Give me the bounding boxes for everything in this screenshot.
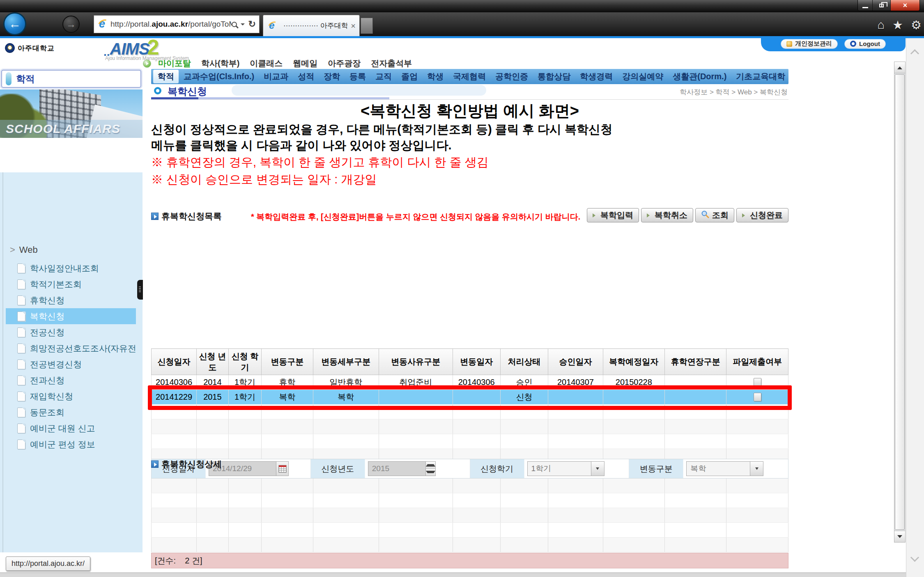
sidebar-item[interactable]: 학적기본조회 [17,276,136,292]
sidebar-item[interactable]: 예비군 대원 신고 [17,420,136,436]
table-cell: 신청 [500,390,548,405]
menu-item[interactable]: 기초교육대학 [731,69,790,84]
table-cell [665,390,726,405]
close-button[interactable]: × [891,0,919,11]
title-underline-grey [151,99,788,100]
menu-item[interactable]: 등록 [345,69,370,84]
menu-item[interactable]: 생활관(Dorm.) [668,69,731,84]
table-row[interactable]: 2014030620141학기휴학일반휴학취업준비20140306승인20140… [152,375,788,390]
site-header: 아주대학교 .. AIMS 2 Ajou Information Managem… [0,38,906,70]
spinner-down-button[interactable] [426,469,435,476]
spinner-up-button[interactable] [426,462,435,469]
address-bar[interactable]: e http://portal.ajou.ac.kr/portal/goToMy… [94,15,260,33]
dropdown-button[interactable] [591,462,604,476]
table-cell: 복학 [262,390,313,405]
quick-link[interactable]: 웹메일 [293,58,317,69]
column-header: 휴학연장구분 [665,349,726,375]
home-icon[interactable]: ⌂ [877,18,885,32]
university-logo[interactable]: 아주대학교 [5,43,55,53]
sidebar-item[interactable]: 학사일정안내조회 [17,260,136,276]
sidebar-item[interactable]: 예비군 편성 정보 [17,436,136,452]
refresh-icon[interactable]: ↻ [248,19,256,30]
action-button-label: 복학입력 [600,210,633,221]
sidebar-collapse-handle[interactable] [137,280,143,300]
sidebar-item[interactable]: 동문조회 [17,404,136,420]
scrollbar-thumb[interactable] [895,74,905,530]
dropdown-변동구분[interactable]: 복학 [686,461,763,476]
sidebar-item[interactable]: 복학신청 [6,308,136,324]
menu-item[interactable]: 교과수업(Cls.Info.) [179,69,259,84]
quick-link[interactable]: 학사(학부) [201,58,239,69]
empty-cell [262,479,313,493]
minimize-button[interactable] [858,0,873,11]
sidebar-item[interactable]: 휴학신청 [17,292,136,308]
gear-icon[interactable]: ⚙ [911,18,922,32]
sidebar-item[interactable]: 희망전공선호도조사(자유전공 [17,340,136,356]
dropdown-button[interactable] [750,462,763,476]
privacy-button[interactable]: 개인정보관리 [781,39,838,49]
menu-item[interactable]: 학적 [153,70,179,83]
menu-item[interactable]: 공학인증 [491,69,533,84]
sidebar-item[interactable]: 전공변경신청 [17,356,136,372]
menu-item[interactable]: 국제협력 [448,69,490,84]
menu-item[interactable]: 통합상담 [533,69,575,84]
table-cell: 20140307 [548,375,603,390]
dropdown-신청학기[interactable]: 1학기 [527,461,605,476]
empty-cell [500,523,548,538]
empty-cell [197,405,229,419]
menu-item[interactable]: 비교과 [259,69,293,84]
scroll-down-button[interactable] [894,531,905,542]
sidebar-group-web[interactable]: > Web [0,172,143,260]
url-text: http://portal.ajou.ac.kr/portal/goToMyPa… [110,20,232,29]
browser-tab[interactable]: e ··············· 아주대학교 AIM... × [263,15,360,36]
menu-item[interactable]: 성적 [293,69,319,84]
new-tab-button[interactable] [361,18,373,34]
action-button-복학취소[interactable]: 복학취소 [641,208,693,222]
sidebar-panel-title-box: 학적 [1,70,141,88]
year-spinner[interactable]: 2015 [368,461,436,476]
restore-button[interactable] [873,0,891,11]
sidebar-item[interactable]: 전과신청 [17,372,136,388]
logout-button[interactable]: Logout [844,39,886,49]
menu-item[interactable]: 교직 [371,69,396,84]
button-arrow-icon [593,213,598,218]
menu-item[interactable]: 장학 [319,69,345,84]
account-ribbon: 개인정보관리Logout [761,36,906,51]
scroll-up-icon [897,64,902,69]
sidebar-item[interactable]: 재입학신청 [17,388,136,404]
table-cell: 1학기 [228,375,262,390]
quick-link[interactable]: 아주광장 [328,58,361,69]
tab-close-icon[interactable]: × [351,22,356,30]
empty-cell [197,538,229,552]
search-icon[interactable] [232,22,237,27]
table-row[interactable]: 2014122920151학기복학복학 신청 [152,390,788,405]
page-scrollbar[interactable] [894,62,906,543]
chevron-up-icon[interactable] [910,49,919,58]
quick-link[interactable]: 전자출석부 [371,58,412,69]
chevron-down-icon [596,467,599,472]
university-name: 아주대학교 [18,44,55,53]
forward-button[interactable]: → [62,16,80,33]
menu-item[interactable]: 강의실예약 [618,69,668,84]
file-submit-checkbox[interactable] [754,378,761,387]
star-icon[interactable]: ★ [892,18,903,32]
menu-item[interactable]: 졸업 [397,69,422,84]
document-icon [17,359,25,369]
scroll-up-button[interactable] [894,62,905,73]
empty-cell [500,405,548,419]
sidebar-item[interactable]: 전공신청 [17,324,136,340]
menu-item[interactable]: 학생 [423,69,448,84]
chevron-down-icon[interactable] [910,553,919,562]
back-button[interactable]: ← [3,12,26,35]
action-button-복학입력[interactable]: 복학입력 [587,208,639,222]
quick-link[interactable]: 이클래스 [250,58,283,69]
action-button-신청완료[interactable]: 신청완료 [736,208,788,222]
search-dropdown-icon[interactable] [241,23,245,27]
quick-link[interactable]: 마이포탈 [158,58,191,69]
calendar-icon[interactable] [276,462,288,476]
empty-cell [197,434,229,449]
file-submit-checkbox[interactable] [754,393,761,401]
menu-item[interactable]: 학생경력 [575,69,617,84]
sidebar-item-label: 전공신청 [30,327,64,338]
action-button-조회[interactable]: 조회 [695,208,734,222]
